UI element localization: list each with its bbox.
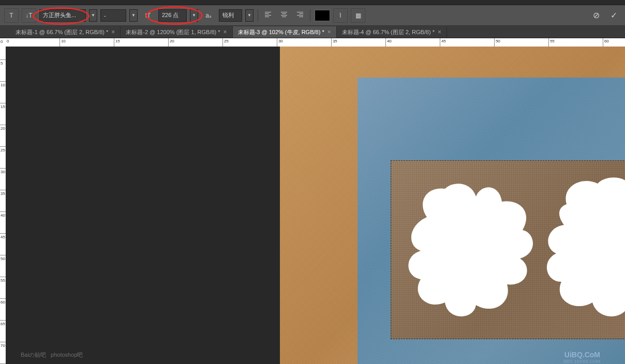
warp-text-icon[interactable]: ⌇ <box>333 8 348 23</box>
ruler-tick: 5 <box>0 60 6 82</box>
aa-arrow-icon[interactable]: ▼ <box>245 9 254 22</box>
canvas-viewport: 0101520253035404550556065707580859095100 <box>6 38 625 364</box>
font-style-arrow-icon[interactable]: ▼ <box>129 9 138 22</box>
ruler-tick: 60 <box>603 38 625 47</box>
close-icon[interactable]: × <box>328 28 331 36</box>
ruler-tick: 20 <box>0 125 6 147</box>
ruler-tick: 35 <box>332 38 386 47</box>
aa-icon: aₐ <box>201 8 216 23</box>
align-left-button[interactable] <box>262 9 275 22</box>
canvas-area[interactable] <box>6 47 625 364</box>
character-panel-icon[interactable]: ▦ <box>351 8 365 23</box>
ruler-tick: 15 <box>0 103 6 125</box>
tab-doc-2[interactable]: 未标题-2 @ 1200% (图层 1, RGB/8) *× <box>121 26 232 38</box>
tab-doc-1[interactable]: 未标题-1 @ 66.7% (图层 2, RGB/8) *× <box>10 26 121 38</box>
watermark-baidu: Baiの贴吧 photoshop吧 <box>21 351 83 359</box>
ruler-tick: 25 <box>0 147 6 169</box>
commit-icon[interactable]: ✓ <box>606 8 621 23</box>
ruler-horizontal[interactable]: 0101520253035404550556065707580859095100 <box>6 38 625 47</box>
tab-label: 未标题-3 @ 102% (牛皮, RGB/8) * <box>238 28 324 36</box>
ruler-tick: 45 <box>0 234 6 255</box>
ruler-tick: 55 <box>549 38 603 47</box>
ruler-tick: 45 <box>440 38 495 47</box>
ruler-tick: 65 <box>0 321 6 342</box>
ruler-tick: 25 <box>223 38 277 47</box>
align-center-button[interactable] <box>278 9 290 22</box>
cancel-icon[interactable]: ⊘ <box>589 8 603 23</box>
font-style-dropdown[interactable]: - <box>100 9 126 22</box>
close-icon[interactable]: × <box>438 28 441 36</box>
watermark-uibq: UiBQ.CoM <box>564 351 600 359</box>
ruler-tick: 0 <box>0 38 6 60</box>
ruler-tick: 35 <box>0 190 6 212</box>
tab-doc-3[interactable]: 未标题-3 @ 102% (牛皮, RGB/8) *× <box>233 26 337 38</box>
ruler-tick: 10 <box>0 82 6 103</box>
align-right-button[interactable] <box>293 9 306 22</box>
text-layer[interactable] <box>391 155 625 334</box>
ruler-tick: 50 <box>495 38 549 47</box>
ruler-tick: 50 <box>0 255 6 277</box>
tab-label: 未标题-4 @ 66.7% (图层 2, RGB/8) * <box>342 28 435 36</box>
ruler-tick: 30 <box>0 169 6 190</box>
ruler-tick: 60 <box>0 299 6 321</box>
antialias-dropdown[interactable]: 锐利 <box>219 9 242 22</box>
ruler-tick: 15 <box>114 38 169 47</box>
font-family-dropdown[interactable]: 方正胖头鱼... <box>39 9 86 22</box>
tool-preset-icon[interactable]: T <box>4 8 19 23</box>
orientation-icon[interactable]: ↓T <box>22 8 36 23</box>
ruler-tick: 0 <box>6 38 60 47</box>
document-canvas[interactable] <box>280 47 625 364</box>
ruler-tick: 40 <box>0 212 6 234</box>
document-tabs: 未标题-1 @ 66.7% (图层 2, RGB/8) *× 未标题-2 @ 1… <box>0 26 625 38</box>
font-size-arrow-icon[interactable]: ▼ <box>190 9 198 22</box>
font-size-dropdown[interactable]: 226 点 <box>158 9 187 22</box>
tab-label: 未标题-2 @ 1200% (图层 1, RGB/8) * <box>126 28 220 36</box>
text-color-swatch[interactable] <box>315 10 330 21</box>
ruler-vertical[interactable]: 0510152025303540455055606570 <box>0 38 6 364</box>
menubar <box>0 0 625 5</box>
font-family-arrow-icon[interactable]: ▼ <box>89 9 97 22</box>
close-icon[interactable]: × <box>111 28 115 36</box>
ruler-tick: 70 <box>0 342 6 364</box>
type-options-bar: T ↓T 方正胖头鱼... ▼ - ▼ tT 226 点 ▼ aₐ 锐利 ▼ ⌇… <box>0 5 625 26</box>
watermark-bbs: BBS.16XX8.COM <box>563 359 600 364</box>
ruler-tick: 55 <box>0 277 6 299</box>
ruler-tick: 40 <box>386 38 440 47</box>
ruler-tick: 30 <box>277 38 332 47</box>
separator <box>310 9 310 22</box>
separator <box>258 9 258 22</box>
font-size-icon: tT <box>141 8 155 23</box>
ruler-tick: 10 <box>60 38 114 47</box>
workspace: 0510152025303540455055606570 01015202530… <box>0 38 625 364</box>
ruler-tick: 20 <box>169 38 223 47</box>
close-icon[interactable]: × <box>224 28 227 36</box>
tab-doc-4[interactable]: 未标题-4 @ 66.7% (图层 2, RGB/8) *× <box>337 26 447 38</box>
tab-label: 未标题-1 @ 66.7% (图层 2, RGB/8) * <box>16 28 108 36</box>
